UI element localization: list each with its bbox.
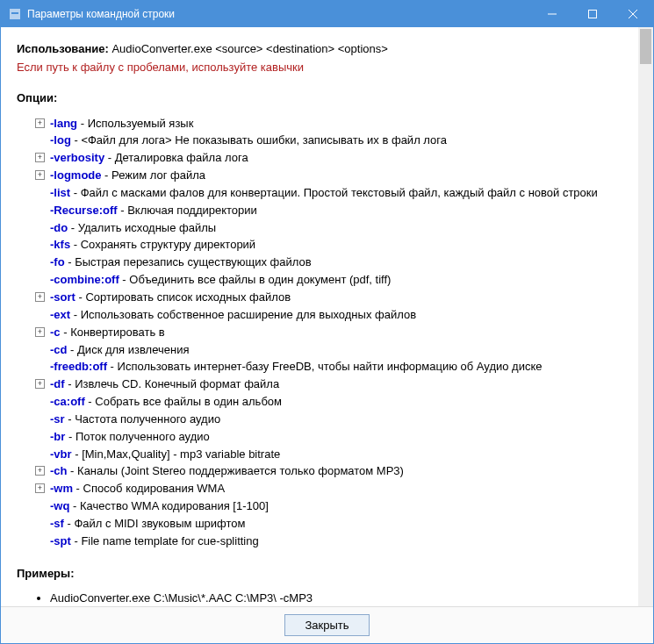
usage-label: Использование: xyxy=(17,42,109,55)
option-row: -list - Файл с масками фалов для конверт… xyxy=(50,185,622,202)
expand-icon[interactable]: + xyxy=(35,118,45,128)
option-description: <Файл для лога> Не показывать ошибки, за… xyxy=(81,133,447,147)
option-name: -do xyxy=(50,221,68,234)
option-suffix: :off xyxy=(99,204,118,217)
option-name: -kfs xyxy=(50,238,70,251)
option-name: -ca xyxy=(50,395,67,408)
option-name: -df xyxy=(50,377,65,390)
titlebar: Параметры командной строки xyxy=(1,1,653,27)
option-name: -log xyxy=(50,133,71,147)
option-name: -wm xyxy=(50,482,73,495)
option-name: -fo xyxy=(50,255,65,268)
option-name: -lang xyxy=(50,117,77,130)
option-description: Деталировка файла лога xyxy=(115,151,248,164)
option-suffix: :off xyxy=(101,273,119,286)
minimize-button[interactable] xyxy=(532,1,572,27)
option-row: +-verbosity - Деталировка файла лога xyxy=(50,150,622,167)
expand-icon[interactable]: + xyxy=(35,466,45,476)
option-name: -logmode xyxy=(50,168,102,182)
option-name: -sort xyxy=(50,290,75,304)
option-description: Конвертировать в xyxy=(70,326,165,339)
option-row: +-wm - Способ кодирования WMA xyxy=(50,481,622,497)
option-name: -spt xyxy=(50,534,71,547)
option-row: -sf - Файл с MIDI звуковым шрифтом xyxy=(50,516,622,533)
option-description: Качество WMA кодирования [1-100] xyxy=(80,499,269,512)
option-name: -ext xyxy=(50,308,70,321)
option-row: -combine:off - Объединить все файлы в од… xyxy=(50,272,622,289)
svg-rect-1 xyxy=(11,12,18,14)
option-row: -wq - Качество WMA кодирования [1-100] xyxy=(50,498,622,515)
options-heading: Опции: xyxy=(17,90,622,107)
option-name: -c xyxy=(50,326,61,339)
option-description: Файл с MIDI звуковым шрифтом xyxy=(74,517,245,530)
option-row: -Recurse:off - Включая поддиректории xyxy=(50,203,622,219)
option-row: -br - Поток полученного аудио xyxy=(50,429,622,446)
expand-icon[interactable]: + xyxy=(35,170,45,180)
option-row: -log - <Файл для лога> Не показывать оши… xyxy=(50,132,622,149)
option-description: Файл с масками фалов для конвертации. Пр… xyxy=(81,186,598,199)
option-row: +-ch - Каналы (Joint Stereo поддерживает… xyxy=(50,463,622,480)
usage-line: Использование: AudioConverter.exe <sourc… xyxy=(17,41,622,58)
option-description: Удалить исходные файлы xyxy=(78,221,216,234)
window-title: Параметры командной строки xyxy=(27,8,532,20)
close-button[interactable] xyxy=(613,1,653,27)
option-description: [Min,Max,Quality] - mp3 variable bitrate xyxy=(82,447,280,461)
option-description: Извлечь CD. Конечный формат файла xyxy=(75,377,279,390)
usage-text: AudioConverter.exe <source> <destination… xyxy=(111,42,387,55)
option-description: Быстрая перезапись существующих файлов xyxy=(75,255,312,268)
option-row: +-sort - Сортировать список исходных фай… xyxy=(50,290,622,306)
option-name: -cd xyxy=(50,343,68,356)
option-row: -ext - Использовать собственное расширен… xyxy=(50,307,622,324)
option-row: -fo - Быстрая перезапись существующих фа… xyxy=(50,254,622,271)
option-name: -sf xyxy=(50,517,64,530)
option-name: -ch xyxy=(50,464,68,477)
option-description: Сортировать список исходных файлов xyxy=(85,290,291,304)
expand-icon[interactable]: + xyxy=(35,379,45,389)
usage-warning: Если путь к файлу с пробелами, используй… xyxy=(17,60,622,76)
window-controls xyxy=(532,1,653,27)
option-name: -freedb xyxy=(50,360,89,373)
option-description: Режим лог файла xyxy=(111,168,205,182)
options-list: +-lang - Используемый язык-log - <Файл д… xyxy=(17,116,622,550)
example-command: AudioConverter.exe C:\Music\*.AAC C:\MP3… xyxy=(50,590,622,606)
option-name: -vbr xyxy=(50,447,72,461)
app-icon xyxy=(8,7,22,21)
option-description: Объединить все файлы в один документ (pd… xyxy=(129,273,391,286)
option-row: -kfs - Сохранять структуру директорий xyxy=(50,237,622,254)
close-dialog-button[interactable]: Закрыть xyxy=(284,614,369,636)
option-description: Диск для извлечения xyxy=(77,343,189,356)
expand-icon[interactable]: + xyxy=(35,483,45,493)
option-description: Поток полученного аудио xyxy=(75,430,210,443)
option-description: Используемый язык xyxy=(88,117,194,130)
svg-rect-3 xyxy=(589,11,597,18)
option-row: -ca:off - Собрать все файлы в один альбо… xyxy=(50,394,622,411)
option-description: Каналы (Joint Stereo поддерживается толь… xyxy=(77,464,404,477)
option-row: -cd - Диск для извлечения xyxy=(50,342,622,359)
option-name: -br xyxy=(50,430,65,443)
expand-icon[interactable]: + xyxy=(35,327,45,337)
option-description: Использовать интернет-базу FreeDB, чтобы… xyxy=(118,360,543,373)
option-name: -wq xyxy=(50,499,69,512)
option-description: File name template for cue-splitting xyxy=(81,534,258,547)
option-description: Включая поддиректории xyxy=(127,204,257,217)
expand-icon[interactable]: + xyxy=(35,292,45,302)
option-row: +-lang - Используемый язык xyxy=(50,116,622,132)
option-name: -list xyxy=(50,186,70,199)
option-name: -sr xyxy=(50,412,65,426)
option-description: Частота полученного аудио xyxy=(75,412,220,426)
scrollbar-thumb[interactable] xyxy=(640,29,651,64)
option-name: -Recurse xyxy=(50,204,99,217)
option-row: -spt - File name template for cue-splitt… xyxy=(50,533,622,550)
footer: Закрыть xyxy=(1,606,653,643)
option-name: -verbosity xyxy=(50,151,104,164)
option-row: +-c - Конвертировать в xyxy=(50,325,622,341)
vertical-scrollbar[interactable] xyxy=(638,27,653,606)
option-row: -vbr - [Min,Max,Quality] - mp3 variable … xyxy=(50,447,622,463)
examples-heading: Примеры: xyxy=(17,566,622,583)
option-name: -combine xyxy=(50,273,101,286)
maximize-button[interactable] xyxy=(572,1,613,27)
option-suffix: :off xyxy=(67,395,85,408)
option-row: -do - Удалить исходные файлы xyxy=(50,220,622,237)
option-suffix: :off xyxy=(89,360,107,373)
expand-icon[interactable]: + xyxy=(35,153,45,162)
